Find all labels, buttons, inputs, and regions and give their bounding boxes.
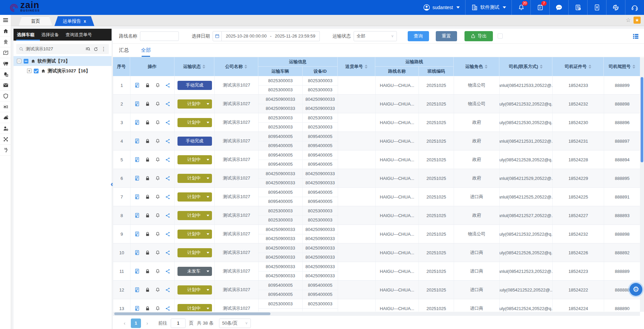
col-idno[interactable]: 司机证件号	[552, 57, 604, 76]
report-center-button[interactable]	[568, 0, 587, 15]
goto-page-input[interactable]	[171, 319, 186, 328]
tree-node-child[interactable]: + 测试演示1027【16】	[14, 66, 112, 76]
notifications-button[interactable]: 20	[511, 0, 530, 15]
bell-icon[interactable]	[155, 306, 161, 311]
share-icon[interactable]	[165, 120, 171, 125]
close-icon[interactable]: x	[84, 19, 86, 24]
refresh-icon[interactable]	[93, 47, 98, 52]
bell-icon[interactable]	[155, 194, 161, 200]
bell-icon[interactable]	[155, 231, 161, 237]
tree-search-box[interactable]: ⋮	[16, 44, 109, 54]
lock-icon[interactable]	[145, 157, 150, 163]
sort-icon[interactable]	[202, 65, 205, 69]
tab-query-delivery[interactable]: 查询送货单号	[62, 29, 95, 41]
col-role[interactable]: 运输角色	[454, 57, 499, 76]
share-icon[interactable]	[165, 287, 171, 293]
tab-all[interactable]: 全部	[141, 47, 151, 57]
nav-alerts[interactable]	[0, 69, 11, 80]
report-icon[interactable]	[134, 157, 140, 163]
lock-icon[interactable]	[145, 138, 150, 144]
report-icon[interactable]	[134, 101, 140, 107]
report-icon[interactable]	[134, 305, 140, 311]
status-badge[interactable]: 手动完成	[177, 81, 212, 90]
org-menu[interactable]: 软件测试	[465, 0, 511, 15]
bell-icon[interactable]	[155, 157, 161, 163]
report-icon[interactable]	[134, 268, 140, 274]
nav-vehicles[interactable]	[0, 58, 11, 69]
nav-monitor[interactable]	[0, 37, 11, 47]
bell-icon[interactable]	[155, 83, 161, 88]
menu-toggle-button[interactable]	[0, 15, 11, 26]
report-icon[interactable]	[134, 194, 140, 200]
nav-security[interactable]	[0, 91, 11, 101]
export-button[interactable]: 导出	[464, 31, 493, 41]
billing-button[interactable]	[587, 0, 606, 15]
status-badge[interactable]: 计划中	[177, 230, 212, 239]
report-icon[interactable]	[134, 175, 140, 181]
lock-icon[interactable]	[145, 231, 150, 237]
vertical-scrollbar[interactable]	[640, 57, 644, 312]
tab-home[interactable]: 首页	[19, 16, 52, 26]
share-icon[interactable]	[165, 157, 171, 163]
checkbox-checked[interactable]	[34, 69, 39, 73]
lock-icon[interactable]	[145, 306, 150, 311]
status-badge[interactable]: 计划中	[177, 285, 212, 295]
report-icon[interactable]	[134, 231, 140, 237]
col-status[interactable]: 运输状态	[174, 57, 214, 76]
advanced-search-icon[interactable]	[85, 46, 91, 52]
nav-network[interactable]	[0, 134, 11, 145]
share-icon[interactable]	[165, 231, 171, 237]
share-icon[interactable]	[165, 175, 171, 181]
apps-button[interactable]	[606, 0, 625, 15]
status-badge[interactable]: 计划中	[177, 155, 212, 164]
reset-button[interactable]: 重置	[436, 31, 457, 41]
report-icon[interactable]	[134, 212, 140, 218]
next-page-icon[interactable]: ›	[144, 320, 150, 326]
report-icon[interactable]	[134, 287, 140, 293]
filter-checkbox[interactable]	[498, 33, 503, 39]
bell-icon[interactable]	[155, 120, 161, 125]
status-badge[interactable]: 计划中	[177, 248, 212, 257]
col-license[interactable]: 司机驾照号	[604, 57, 640, 76]
calendar-button[interactable]	[213, 31, 222, 41]
query-button[interactable]: 查询	[408, 31, 429, 41]
favorite-icon[interactable]: ★	[634, 17, 641, 24]
kebab-menu-icon[interactable]: ⋮	[101, 46, 106, 52]
status-badge[interactable]: 计划中	[177, 192, 212, 202]
lock-icon[interactable]	[145, 120, 150, 125]
sort-icon[interactable]	[589, 65, 591, 69]
sort-icon[interactable]	[633, 65, 635, 69]
share-icon[interactable]	[165, 213, 171, 218]
status-badge[interactable]: 未发车	[177, 267, 212, 276]
bell-icon[interactable]	[155, 287, 161, 293]
tasks-button[interactable]: 7	[530, 0, 549, 15]
page-size-select[interactable]: 50条/页 ∨	[219, 319, 251, 328]
lock-icon[interactable]	[145, 268, 150, 274]
lock-icon[interactable]	[145, 287, 150, 293]
status-badge[interactable]: 手动完成	[177, 137, 212, 146]
transport-status-select[interactable]: 全部 ∨	[354, 31, 397, 41]
sort-icon[interactable]	[540, 65, 543, 69]
bell-icon[interactable]	[155, 101, 161, 107]
hscroll-thumb[interactable]	[114, 312, 270, 315]
share-icon[interactable]	[165, 306, 171, 311]
report-icon[interactable]	[134, 138, 140, 144]
sort-icon[interactable]	[485, 65, 487, 69]
report-icon[interactable]	[134, 119, 140, 125]
bell-icon[interactable]	[155, 138, 161, 144]
tree-node-root[interactable]: − 软件测试【73】	[14, 56, 112, 66]
col-company[interactable]: 公司名称	[214, 57, 258, 76]
list-view-icon[interactable]	[632, 33, 639, 40]
messages-button[interactable]	[549, 0, 568, 15]
status-badge[interactable]: 计划中	[177, 211, 212, 220]
expand-toggle[interactable]: +	[27, 69, 31, 73]
lock-icon[interactable]	[145, 101, 150, 107]
tab-select-device[interactable]: 选择设备	[38, 29, 62, 41]
support-button[interactable]	[625, 0, 644, 15]
col-driver[interactable]: 司机(联系方式)	[499, 57, 552, 76]
nav-integrations[interactable]	[0, 145, 11, 156]
nav-home[interactable]	[0, 26, 11, 37]
bell-icon[interactable]	[155, 213, 161, 218]
tab-waybill-report[interactable]: 运单报告 x	[54, 16, 94, 26]
share-icon[interactable]	[165, 194, 171, 200]
